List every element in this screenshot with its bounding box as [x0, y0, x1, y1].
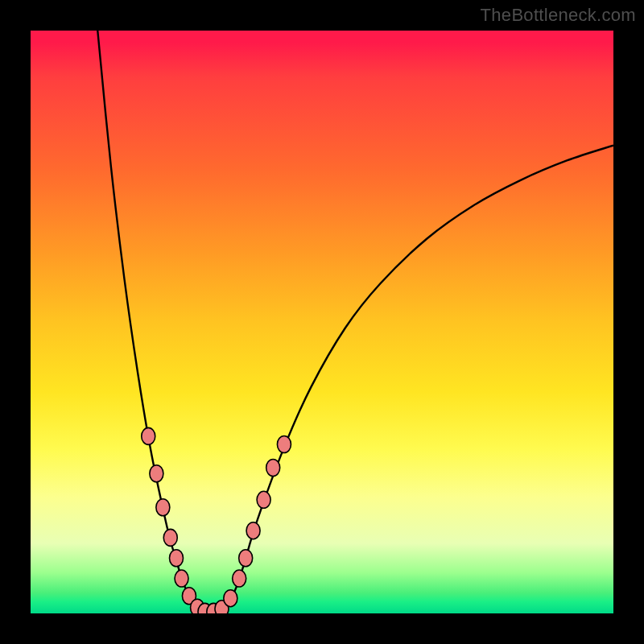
data-marker — [163, 529, 177, 546]
data-marker — [224, 590, 237, 607]
data-marker — [246, 522, 260, 539]
data-marker — [233, 570, 246, 587]
data-marker — [239, 550, 253, 567]
curve-group — [97, 31, 613, 613]
chart-frame: TheBottleneck.com — [0, 0, 644, 644]
marker-group — [142, 427, 291, 613]
data-marker — [150, 465, 163, 482]
data-marker — [277, 436, 291, 453]
bottleneck-curve — [97, 31, 613, 613]
plot-area — [31, 31, 613, 613]
data-marker — [175, 570, 188, 587]
data-marker — [257, 491, 270, 508]
chart-svg — [31, 31, 613, 613]
data-marker — [156, 499, 170, 516]
data-marker — [170, 550, 184, 567]
data-marker — [266, 460, 280, 477]
data-marker — [142, 427, 155, 444]
watermark-text: TheBottleneck.com — [481, 5, 636, 26]
